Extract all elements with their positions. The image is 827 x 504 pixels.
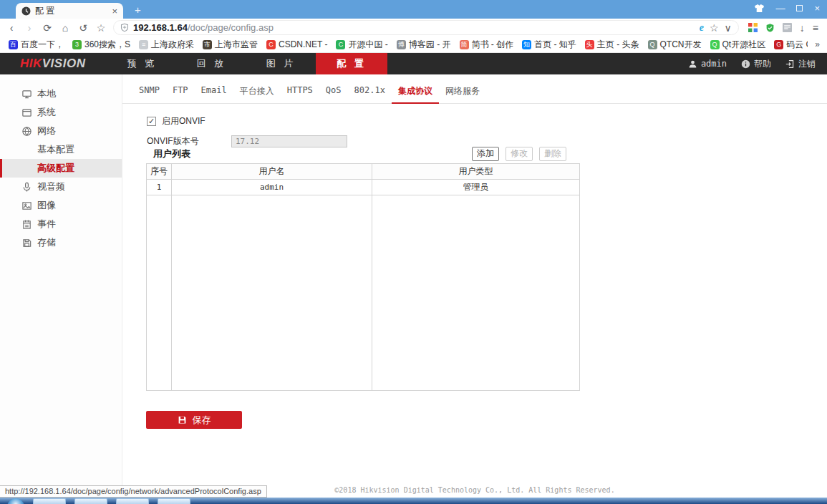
globe-icon: [21, 126, 32, 137]
sidebar-item-system[interactable]: 系统: [0, 103, 122, 122]
nav-picture[interactable]: 图 片: [246, 53, 316, 74]
save-button[interactable]: 保存: [146, 411, 242, 429]
col-usertype: 用户类型: [372, 164, 580, 180]
status-url-tooltip: http://192.168.1.64/doc/page/config/netw…: [0, 485, 267, 498]
monitor-icon: [21, 89, 32, 100]
bookmark-star-icon[interactable]: ☆: [710, 22, 719, 34]
nav-playback[interactable]: 回 放: [177, 53, 246, 74]
ie-mode-icon[interactable]: e: [700, 22, 704, 34]
bookmark-icon: Q: [710, 40, 720, 49]
bookmark-icon: 3: [72, 40, 82, 49]
app-grid-icon[interactable]: [748, 23, 758, 32]
sidebar: 本地 系统 网络 基本配置 高级配置 视音频 图像 事件 存: [0, 74, 122, 498]
window-icon: [21, 107, 32, 118]
reader-mode-icon[interactable]: [783, 23, 792, 32]
taskbar-button[interactable]: [74, 498, 107, 504]
recent-icon[interactable]: ↺: [77, 22, 89, 34]
image-icon: [21, 200, 32, 211]
table-row[interactable]: 1 admin 管理员: [147, 180, 580, 195]
sidebar-item-event[interactable]: 事件: [0, 215, 122, 233]
nav-preview[interactable]: 预 览: [107, 53, 177, 74]
home-icon[interactable]: ⌂: [59, 22, 71, 34]
logout-icon: [785, 59, 795, 69]
modify-user-button[interactable]: 修改: [506, 147, 533, 161]
bookmark-label: 上海市监管: [215, 39, 258, 51]
taskbar-button[interactable]: [33, 498, 66, 504]
browser-titlebar: 配 置 × + — ×: [0, 0, 827, 19]
tab-ftp[interactable]: FTP: [166, 84, 195, 103]
bookmark-item[interactable]: C 开源中国 -: [332, 39, 392, 51]
forward-icon[interactable]: ›: [24, 22, 35, 34]
url-path: /doc/page/config.asp: [188, 22, 274, 33]
favorite-icon[interactable]: ☆: [95, 22, 107, 34]
bookmark-label: QTCN开发: [660, 39, 702, 51]
logout-button[interactable]: 注销: [785, 58, 816, 70]
bookmark-item[interactable]: Q Qt开源社区: [706, 39, 770, 51]
enable-onvif-row: ✓ 启用ONVIF: [147, 115, 827, 127]
tab-8021x[interactable]: 802.1x: [348, 84, 392, 103]
sidebar-item-image[interactable]: 图像: [0, 196, 122, 215]
bookmark-item[interactable]: 市 上海市监管: [198, 39, 262, 51]
bookmark-item[interactable]: 知 首页 - 知乎: [518, 39, 581, 51]
security-shield-icon[interactable]: [765, 23, 775, 33]
address-bar[interactable]: 192.168.1.64/doc/page/config.asp e ☆ ∨: [113, 20, 739, 35]
bookmark-icon: ≡: [139, 40, 148, 49]
tab-platform-access[interactable]: 平台接入: [233, 84, 281, 103]
chevron-down-icon[interactable]: ∨: [725, 22, 732, 34]
bookmark-item[interactable]: C CSDN.NET -: [262, 39, 332, 49]
window-close-icon[interactable]: ×: [814, 3, 820, 14]
sidebar-item-advanced-config[interactable]: 高级配置: [0, 159, 122, 178]
help-button[interactable]: 帮助: [741, 58, 771, 70]
menu-icon[interactable]: ≡: [813, 22, 818, 34]
start-button[interactable]: [7, 498, 24, 504]
bookmark-label: 简书 - 创作: [472, 39, 514, 51]
tab-close-icon[interactable]: ×: [112, 6, 117, 16]
user-table: 序号 用户名 用户类型 1 admin 管理员: [146, 163, 580, 391]
bookmark-item[interactable]: ≡ 上海政府采: [135, 39, 198, 51]
bookmark-item[interactable]: 简 简书 - 创作: [455, 39, 518, 51]
microphone-icon: [21, 182, 32, 193]
bookmark-item[interactable]: 3 360搜索，S: [68, 39, 135, 51]
browser-tab[interactable]: 配 置 ×: [16, 3, 123, 19]
window-minimize-icon[interactable]: —: [775, 3, 785, 14]
bookmark-label: CSDN.NET -: [279, 39, 327, 49]
taskbar-button[interactable]: [158, 498, 190, 504]
bookmark-item[interactable]: 百 百度一下，: [4, 39, 68, 51]
sidebar-item-storage[interactable]: 存储: [0, 233, 122, 252]
storage-icon: [21, 238, 32, 248]
tab-https[interactable]: HTTPS: [281, 84, 319, 103]
sidebar-item-av[interactable]: 视音频: [0, 178, 122, 196]
refresh-icon[interactable]: ⟳: [42, 22, 53, 34]
browser-skin-icon[interactable]: [755, 4, 764, 12]
tab-network-service[interactable]: 网络服务: [439, 84, 486, 103]
sidebar-item-basic-config[interactable]: 基本配置: [0, 140, 122, 159]
bookmark-label: Qt开源社区: [722, 39, 766, 51]
sidebar-item-local[interactable]: 本地: [0, 84, 122, 103]
new-tab-button[interactable]: +: [135, 4, 141, 16]
app-header: HIKVISION 预 览 回 放 图 片 配 置 admin 帮助 注销: [0, 53, 827, 74]
content-area: SNMP FTP Email 平台接入 HTTPS QoS 802.1x 集成协…: [122, 74, 827, 498]
taskbar-button[interactable]: [116, 498, 149, 504]
bookmark-item[interactable]: 头 主页 - 头条: [581, 39, 644, 51]
window-restore-icon[interactable]: [796, 5, 803, 11]
bookmarks-bar: 百 百度一下， 3 360搜索，S ≡ 上海政府采 市 上海市监管 C CSDN…: [0, 37, 827, 53]
bookmark-icon: 市: [203, 40, 212, 49]
sidebar-item-network[interactable]: 网络: [0, 122, 122, 140]
tab-qos[interactable]: QoS: [319, 84, 348, 103]
enable-onvif-checkbox[interactable]: ✓: [147, 117, 156, 126]
bookmarks-overflow-icon[interactable]: »: [808, 37, 827, 52]
tab-snmp[interactable]: SNMP: [132, 84, 166, 103]
col-username: 用户名: [172, 164, 372, 180]
tab-email[interactable]: Email: [195, 84, 233, 103]
user-list-panel: 用户列表 添加 修改 删除 序号 用户名 用户类型 1 admin 管理员: [146, 145, 579, 391]
delete-user-button[interactable]: 删除: [539, 147, 566, 161]
bookmark-icon: 头: [585, 40, 594, 49]
add-user-button[interactable]: 添加: [472, 147, 499, 161]
nav-config[interactable]: 配 置: [316, 53, 387, 74]
bookmark-item[interactable]: 博 博客园 - 开: [392, 39, 455, 51]
tab-integration-protocol[interactable]: 集成协议: [392, 84, 439, 104]
bookmark-item[interactable]: Q QTCN开发: [644, 39, 706, 51]
back-icon[interactable]: ‹: [6, 22, 17, 34]
download-icon[interactable]: ↓: [800, 22, 805, 34]
main-nav: 预 览 回 放 图 片 配 置: [107, 53, 387, 74]
